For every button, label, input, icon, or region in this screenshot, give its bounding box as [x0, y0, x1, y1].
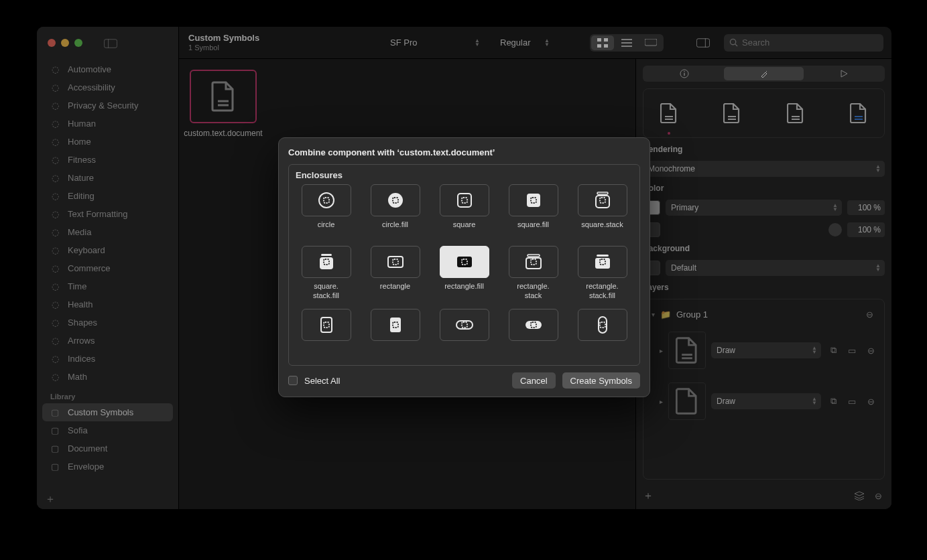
- duplicate-button[interactable]: ⧉: [826, 344, 840, 357]
- sidebar-category-health[interactable]: ◌Health: [42, 295, 173, 313]
- sidebar-library-envelope[interactable]: ▢Envelope: [42, 458, 173, 476]
- inspector-panel: Rendering Monochrome ▲▼ Color Primary ▲▼…: [635, 59, 891, 509]
- layers-stack-icon[interactable]: [853, 489, 866, 502]
- enclosure-capsule-fill[interactable]: [503, 309, 564, 362]
- sidebar-category-automotive[interactable]: ◌Automotive: [42, 60, 173, 78]
- play-icon: ◌: [49, 227, 61, 237]
- sidebar-category-text-formatting[interactable]: ◌Text Formatting: [42, 205, 173, 223]
- clock-icon: ◌: [49, 281, 61, 291]
- enclosure-circle[interactable]: circle: [296, 184, 357, 238]
- sidebar-category-nature[interactable]: ◌Nature: [42, 169, 173, 187]
- remove-group-button[interactable]: ⊖: [863, 307, 876, 321]
- secondary-opacity-field[interactable]: 100 %: [847, 222, 885, 237]
- cancel-button[interactable]: Cancel: [512, 372, 555, 389]
- sidebar-category-human[interactable]: ◌Human: [42, 115, 173, 133]
- inspector-toggle-button[interactable]: [692, 36, 715, 50]
- select-all-checkbox[interactable]: [288, 376, 298, 385]
- slider-icon: ◌: [49, 191, 61, 201]
- inspector-tab-info[interactable]: [644, 67, 724, 80]
- add-library-button[interactable]: ＋: [45, 494, 56, 504]
- layer-group-row[interactable]: ▾ 📁 Group 1 ⊖: [649, 303, 879, 325]
- window-title: Custom Symbols: [188, 33, 334, 44]
- duplicate-button[interactable]: ⧉: [826, 395, 840, 408]
- inspector-tabs-segmented: [643, 66, 885, 82]
- rendering-mode-popup[interactable]: Monochrome ▲▼: [643, 161, 885, 177]
- add-layer-button[interactable]: ＋: [643, 490, 654, 501]
- sidebar-library-document[interactable]: ▢Document: [42, 439, 173, 458]
- inspector-tab-animation[interactable]: [804, 67, 883, 80]
- background-popup[interactable]: Default ▲▼: [666, 260, 885, 276]
- enclosure-rectangle[interactable]: rectangle: [365, 246, 426, 301]
- svg-rect-47: [528, 255, 540, 257]
- sidebar-category-home[interactable]: ◌Home: [42, 133, 173, 151]
- primary-color-popup[interactable]: Primary ▲▼: [666, 200, 842, 216]
- sidebar-category-accessibility[interactable]: ◌Accessibility: [42, 78, 173, 96]
- weight-picker[interactable]: Regular ▲▼: [493, 35, 554, 51]
- sidebar-category-privacy-security[interactable]: ◌Privacy & Security: [42, 96, 173, 115]
- sparkle-icon: ◌: [49, 64, 61, 74]
- view-grid-button[interactable]: [591, 36, 614, 50]
- sidebar-library-sofia[interactable]: ▢Sofia: [42, 421, 173, 439]
- layer-blend-popup[interactable]: Draw ▲▼: [711, 393, 821, 409]
- window-close-button[interactable]: [48, 39, 56, 47]
- remove-button[interactable]: ⊖: [871, 489, 885, 502]
- remove-layer-button[interactable]: ⊖: [864, 395, 877, 408]
- view-list-button[interactable]: [615, 36, 638, 50]
- svg-rect-62: [600, 322, 605, 328]
- svg-rect-40: [321, 254, 332, 256]
- text-document-icon: [210, 81, 237, 112]
- enclosure-rectangle-stack-fill[interactable]: rectangle. stack.fill: [572, 246, 633, 301]
- enclosure-rectangle-stack[interactable]: rectangle. stack: [503, 246, 564, 301]
- inspector-tab-appearance[interactable]: [724, 67, 804, 80]
- svg-rect-34: [462, 198, 467, 203]
- enclosure-rectangle-fill[interactable]: rectangle.fill: [434, 246, 495, 301]
- keyboard-icon: ◌: [49, 245, 61, 255]
- enclosure-rectangle-portrait[interactable]: [296, 309, 357, 362]
- variable-color-button[interactable]: ▭: [845, 344, 859, 357]
- enclosure-square-stack[interactable]: square.stack: [572, 184, 633, 238]
- layer-blend-popup[interactable]: Draw ▲▼: [711, 342, 821, 358]
- sidebar-category-fitness[interactable]: ◌Fitness: [42, 151, 173, 169]
- primary-opacity-field[interactable]: 100 %: [847, 200, 885, 215]
- enclosure-square-fill[interactable]: square.fill: [503, 184, 564, 238]
- view-gallery-button[interactable]: [639, 36, 662, 50]
- enclosure-capsule[interactable]: [434, 309, 495, 362]
- sidebar-category-indices[interactable]: ◌Indices: [42, 350, 173, 368]
- sidebar-category-arrows[interactable]: ◌Arrows: [42, 332, 173, 350]
- folder-icon: ▢: [49, 443, 61, 453]
- flame-icon: ◌: [49, 155, 61, 165]
- sidebar-toggle-button[interactable]: [101, 36, 121, 51]
- remove-layer-button[interactable]: ⊖: [864, 344, 877, 357]
- sidebar-category-time[interactable]: ◌Time: [42, 277, 173, 295]
- svg-point-17: [684, 71, 685, 72]
- window-minimize-button[interactable]: [61, 39, 69, 47]
- enclosure-square-stack-fill[interactable]: square. stack.fill: [296, 246, 357, 301]
- sidebar-library-custom-symbols[interactable]: ▢Custom Symbols: [42, 403, 173, 421]
- sidebar-category-shapes[interactable]: ◌Shapes: [42, 313, 173, 332]
- enclosure-rectangle-portrait-fill[interactable]: [365, 309, 426, 362]
- create-symbols-button[interactable]: Create Symbols: [562, 372, 640, 389]
- svg-rect-43: [388, 257, 403, 267]
- sidebar-category-editing[interactable]: ◌Editing: [42, 187, 173, 205]
- layer-row[interactable]: ▸ Draw ▲▼ ⧉ ▭ ⊖: [649, 325, 879, 376]
- sidebar-category-commerce[interactable]: ◌Commerce: [42, 259, 173, 277]
- window-zoom-button[interactable]: [74, 39, 82, 47]
- select-all-label[interactable]: Select All: [304, 376, 340, 386]
- enclosure-square[interactable]: square: [434, 184, 495, 238]
- enclosure-circle-fill[interactable]: circle.fill: [365, 184, 426, 238]
- svg-point-29: [319, 193, 334, 208]
- search-field[interactable]: Search: [724, 34, 883, 52]
- enclosure-capsule-portrait[interactable]: [572, 309, 633, 362]
- swap-colors-button[interactable]: [828, 223, 842, 236]
- symbol-thumbnail[interactable]: custom.text.document: [190, 70, 257, 139]
- sidebar-category-keyboard[interactable]: ◌Keyboard: [42, 241, 173, 259]
- symbol-name-label: custom.text.document: [184, 129, 262, 139]
- font-picker[interactable]: SF Pro ▲▼: [383, 35, 484, 51]
- sidebar-category-math[interactable]: ◌Math: [42, 368, 173, 386]
- variable-color-button[interactable]: ▭: [845, 395, 859, 408]
- layer-row[interactable]: ▸ Draw ▲▼ ⧉ ▭ ⊖: [649, 376, 879, 427]
- svg-rect-54: [324, 322, 329, 328]
- sidebar-category-media[interactable]: ◌Media: [42, 223, 173, 241]
- svg-rect-4: [597, 44, 601, 48]
- symbol-count: 1 Symbol: [188, 44, 334, 53]
